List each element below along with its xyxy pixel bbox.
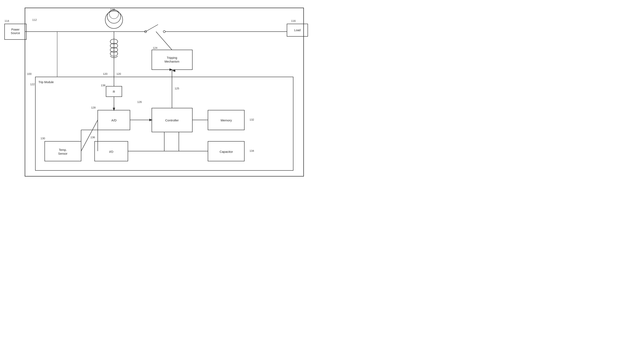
svg-text:Temp.: Temp. bbox=[59, 148, 67, 151]
svg-text:130: 130 bbox=[41, 137, 45, 140]
svg-text:136: 136 bbox=[90, 136, 95, 139]
svg-text:112: 112 bbox=[32, 18, 37, 21]
svg-text:100: 100 bbox=[27, 72, 32, 75]
svg-text:114: 114 bbox=[5, 19, 9, 22]
svg-text:Memory: Memory bbox=[221, 119, 232, 122]
svg-text:128: 128 bbox=[91, 106, 96, 109]
svg-text:122: 122 bbox=[30, 83, 35, 86]
svg-text:134: 134 bbox=[249, 149, 254, 152]
svg-text:132: 132 bbox=[249, 118, 254, 121]
svg-text:116: 116 bbox=[291, 19, 296, 22]
svg-point-11 bbox=[163, 31, 165, 33]
svg-point-15 bbox=[107, 10, 121, 23]
svg-text:Power: Power bbox=[11, 28, 20, 31]
svg-text:Capacitor: Capacitor bbox=[220, 150, 233, 153]
svg-line-40 bbox=[81, 120, 98, 151]
svg-line-10 bbox=[146, 24, 158, 32]
diagram: Power Source Load bbox=[0, 0, 312, 182]
svg-text:138: 138 bbox=[101, 84, 105, 87]
svg-text:Trip Module: Trip Module bbox=[39, 81, 54, 84]
svg-text:A/D: A/D bbox=[111, 119, 116, 122]
svg-rect-1 bbox=[35, 77, 293, 171]
svg-text:Source: Source bbox=[11, 31, 20, 35]
svg-text:Load: Load bbox=[294, 28, 300, 32]
svg-line-53 bbox=[156, 32, 172, 50]
svg-text:Sensor: Sensor bbox=[58, 152, 67, 155]
svg-text:124: 124 bbox=[153, 46, 157, 49]
svg-text:R: R bbox=[113, 90, 115, 93]
svg-text:126: 126 bbox=[137, 100, 142, 104]
svg-text:Tripping: Tripping bbox=[167, 56, 177, 60]
svg-text:I/O: I/O bbox=[109, 150, 113, 153]
svg-text:Mechanism: Mechanism bbox=[164, 60, 179, 63]
svg-text:120: 120 bbox=[116, 72, 121, 75]
svg-text:120: 120 bbox=[103, 72, 108, 75]
svg-text:125: 125 bbox=[175, 87, 179, 90]
svg-text:Controller: Controller bbox=[165, 119, 179, 122]
svg-text:118: 118 bbox=[110, 8, 115, 11]
